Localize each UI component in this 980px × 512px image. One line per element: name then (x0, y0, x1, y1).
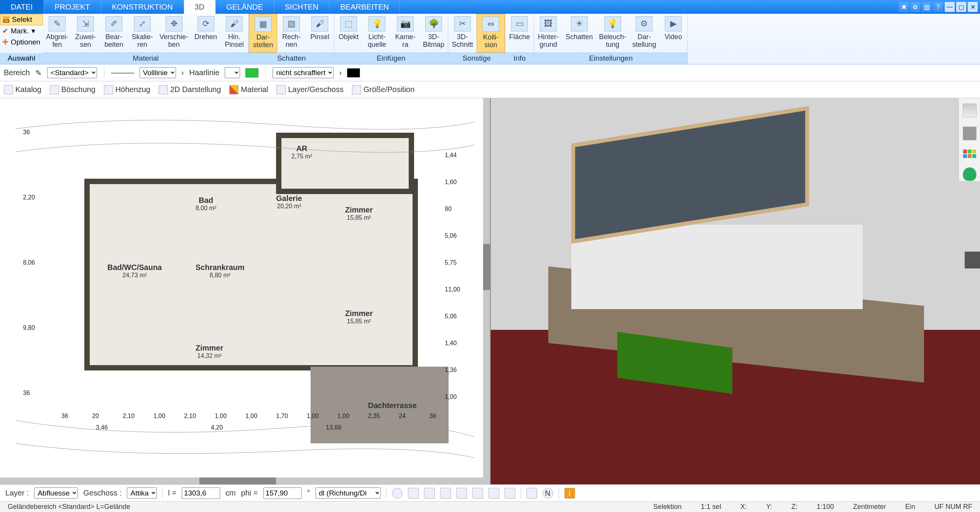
ribbon-button[interactable]: ▧Rech- nen (277, 14, 306, 53)
clock-icon[interactable] (392, 488, 403, 499)
phi-input[interactable] (263, 487, 302, 499)
length-input[interactable] (182, 487, 220, 499)
ribbon-button[interactable]: 🖌Pinsel (306, 14, 334, 53)
help-icon[interactable]: ? (933, 2, 943, 12)
maximize-button[interactable]: ▢ (956, 2, 966, 12)
tools-icon[interactable]: ✖ (899, 2, 909, 12)
2d-darstellung-button[interactable]: 2D Darstellung (159, 85, 221, 94)
chevron-right-icon[interactable]: › (339, 68, 342, 77)
ribbon-button[interactable]: ⤢Skalie- ren (128, 14, 156, 53)
dimension-label: 2,35 (368, 413, 380, 420)
bereich-icon[interactable]: ✎ (35, 68, 42, 77)
tree-icon[interactable] (963, 167, 977, 181)
chevron-right-icon[interactable]: › (181, 68, 184, 77)
display-icon (159, 85, 168, 94)
ribbon-button[interactable]: ✎Abgrei- fen (43, 14, 71, 53)
horizontal-scrollbar[interactable] (0, 477, 490, 484)
dimension-label: 2,20 (23, 194, 35, 201)
ribbon-icon: ⤢ (134, 16, 151, 31)
ribbon-button[interactable]: ✥Verschie- ben (156, 14, 191, 53)
ribbon-button[interactable]: ⇲Zuwei- sen (71, 14, 100, 53)
grid-icon[interactable] (526, 488, 537, 499)
katalog-button[interactable]: Katalog (4, 85, 41, 94)
lineweight-select[interactable] (225, 67, 240, 78)
phi-unit: ° (307, 489, 310, 497)
boeschung-button[interactable]: Böschung (50, 85, 95, 94)
geschoss-select[interactable]: Attika (127, 487, 157, 499)
tab-sichten[interactable]: SICHTEN (274, 0, 330, 14)
info-icon[interactable]: i (564, 488, 575, 499)
ribbon-button[interactable]: ⇔Kolli- sion (477, 14, 505, 53)
drawer-handle[interactable] (965, 252, 980, 268)
tool-icon-1[interactable] (424, 488, 435, 499)
tab-gelaende[interactable]: GELÄNDE (215, 0, 274, 14)
linetype-select[interactable]: Volllinie (140, 67, 176, 78)
ribbon-button-label: Hin. Pinsel (225, 33, 244, 48)
floorplan-viewport[interactable]: AR2,75 m²Galerie20,20 m²Bad8,00 m²Zimmer… (0, 98, 491, 484)
line-color-swatch[interactable] (245, 68, 258, 77)
dimension-label: 1,00 (215, 413, 227, 420)
ribbon-button[interactable]: ⚙Dar- stellung (629, 14, 659, 53)
mode-select[interactable]: dl (Richtung/Di (316, 487, 381, 499)
options-button[interactable]: ✚Optionen (0, 36, 43, 48)
ribbon-button[interactable]: 🖼Hinter- grund (534, 14, 562, 53)
hoehenzug-button[interactable]: Höhenzug (104, 85, 150, 94)
group-label-einstellungen: Einstellungen (534, 53, 687, 64)
bereich-select[interactable]: <Standard> (47, 67, 97, 78)
ribbon-button[interactable]: ⟳Drehen (191, 14, 220, 53)
select-button[interactable]: ▭Selekt (0, 14, 43, 25)
vertical-scrollbar[interactable] (483, 98, 490, 477)
tab-konstruktion[interactable]: KONSTRUKTION (101, 0, 184, 14)
layers-icon[interactable]: ▥ (922, 2, 932, 12)
fill-color-swatch[interactable] (347, 68, 360, 77)
tool-icon-6[interactable] (505, 488, 515, 499)
ribbon-button[interactable]: 💡Beleuch- tung (596, 14, 629, 53)
layer-geschoss-button[interactable]: Layer/Geschoss (276, 85, 344, 94)
material-button[interactable]: Material (229, 85, 268, 94)
close-button[interactable]: ✕ (968, 2, 978, 12)
ribbon-button[interactable]: ☀Schatten (562, 14, 596, 53)
groesse-position-button[interactable]: Größe/Position (352, 85, 414, 94)
ribbon-button[interactable]: ✂3D- Schnitt (448, 14, 477, 53)
ribbon-button[interactable]: 📷Kame- ra (391, 14, 419, 53)
tool-icon-4[interactable] (472, 488, 483, 499)
minimize-button[interactable]: — (945, 2, 955, 12)
settings-icon[interactable]: ⚙ (910, 2, 920, 12)
slope-icon (50, 85, 59, 94)
ribbon-button[interactable]: ✐Bear- beiten (100, 14, 128, 53)
color-swatches-icon[interactable] (963, 150, 976, 158)
ribbon-button[interactable]: 💡Licht- quelle (363, 14, 391, 53)
ribbon-button[interactable]: ▦Dar- stellen (249, 14, 277, 53)
dimension-label: 11,00 (445, 286, 460, 293)
ribbon-button-label: 3D- Schnitt (452, 33, 473, 48)
furniture-icon[interactable] (963, 127, 977, 140)
north-icon[interactable]: N (543, 488, 553, 499)
status-z: Z: (788, 503, 801, 511)
tool-icon-5[interactable] (488, 488, 499, 499)
layers-panel-icon[interactable] (963, 104, 977, 117)
ribbon-button[interactable]: 🖌Hin. Pinsel (220, 14, 248, 53)
ribbon-button[interactable]: ⬚Objekt (334, 14, 363, 53)
resize-icon (352, 85, 361, 94)
dimension-label: 1,36 (445, 367, 457, 374)
hatch-select[interactable]: nicht schraffiert (273, 67, 334, 78)
geschoss-label: Geschoss : (83, 489, 122, 497)
phi-label: phi = (241, 489, 258, 497)
ribbon-button[interactable]: ▭Fläche (505, 14, 534, 53)
tool-icon-2[interactable] (440, 488, 451, 499)
tool-icon-3[interactable] (456, 488, 467, 499)
selection-group: ▭Selekt ✔Mark.▾ ✚Optionen Auswahl (0, 14, 43, 64)
content-area: AR2,75 m²Galerie20,20 m²Bad8,00 m²Zimmer… (0, 98, 980, 484)
measure-icon[interactable] (408, 488, 419, 499)
mark-button[interactable]: ✔Mark.▾ (0, 25, 43, 36)
ribbon-button[interactable]: 🌳3D- Bitmap (419, 14, 448, 53)
tab-bearbeiten[interactable]: BEARBEITEN (330, 0, 400, 14)
dimension-label: 3,46 (96, 424, 108, 431)
tab-projekt[interactable]: PROJEKT (44, 0, 101, 14)
tab-datei[interactable]: DATEI (0, 0, 44, 14)
tab-3d[interactable]: 3D (184, 0, 216, 14)
3d-viewport[interactable] (491, 98, 980, 484)
bottom-options-bar: Layer : Abfluesse Geschoss : Attika l = … (0, 484, 980, 501)
layer-select[interactable]: Abfluesse (34, 487, 78, 499)
ribbon-button[interactable]: ▶Video (659, 14, 687, 53)
